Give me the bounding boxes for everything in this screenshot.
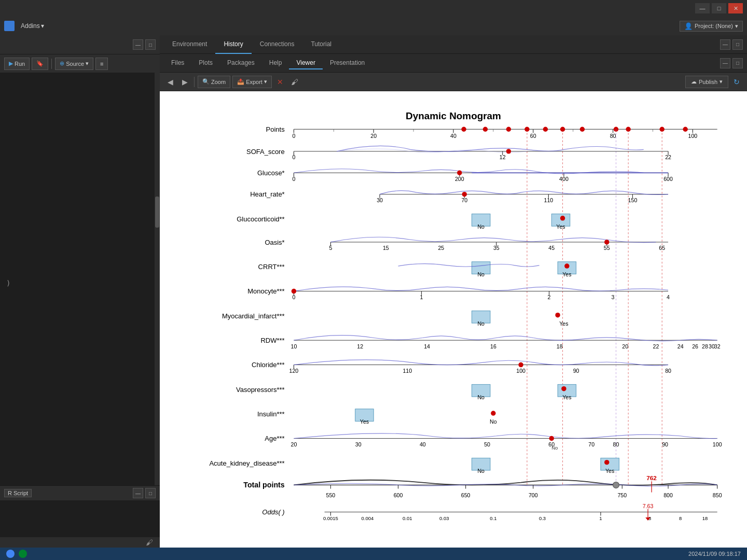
content-area: — □ ▶ Run 🔖 ⊕ Source ▾ ≡ — [0, 35, 747, 548]
svg-text:650: 650 — [461, 492, 471, 498]
collapse-left-button[interactable]: — — [133, 39, 143, 50]
svg-text:No: No — [477, 468, 485, 474]
back-button[interactable]: ◀ — [164, 76, 176, 88]
bookmark-button[interactable]: 🔖 — [32, 58, 48, 70]
run-button[interactable]: ▶ Run — [4, 58, 30, 70]
tab-history[interactable]: History — [215, 35, 251, 54]
collapse-right-top-button[interactable]: — — [720, 39, 730, 50]
status-datetime: 2024/11/09 09:18:17 — [688, 551, 741, 557]
svg-point-30 — [683, 127, 687, 132]
minimize-button[interactable]: — — [695, 3, 710, 13]
editor-area: ) — [0, 73, 160, 485]
svg-text:Total points: Total points — [243, 481, 284, 489]
left-panel-toolbar: — □ — [0, 35, 160, 54]
more-button[interactable]: ≡ — [95, 58, 108, 70]
svg-text:16: 16 — [490, 343, 496, 349]
svg-text:90: 90 — [573, 368, 579, 374]
brush-icon-button[interactable]: 🖌 — [143, 536, 156, 548]
svg-text:0: 0 — [292, 154, 295, 160]
svg-text:1: 1 — [420, 294, 423, 300]
svg-point-161 — [604, 460, 609, 465]
svg-text:7.63: 7.63 — [643, 503, 654, 509]
tab-files[interactable]: Files — [164, 57, 191, 69]
chrome-icon[interactable] — [6, 550, 15, 558]
svg-text:No: No — [477, 271, 485, 277]
tab-plots[interactable]: Plots — [191, 57, 220, 69]
toolbar-separator — [51, 59, 52, 69]
tab-tutorial[interactable]: Tutorial — [302, 35, 340, 54]
svg-point-67 — [462, 192, 467, 197]
svg-text:800: 800 — [663, 492, 673, 498]
editor-scrollbar[interactable] — [155, 73, 160, 485]
svg-text:12: 12 — [357, 343, 363, 349]
tab-connections[interactable]: Connections — [252, 35, 303, 54]
svg-text:70: 70 — [588, 441, 594, 447]
svg-text:Yes: Yes — [605, 468, 614, 474]
svg-text:Myocardial_infarct***: Myocardial_infarct*** — [222, 312, 285, 320]
svg-text:Heart_rate*: Heart_rate* — [250, 190, 284, 198]
maximize-button[interactable]: □ — [712, 3, 726, 13]
svg-text:70: 70 — [461, 197, 467, 203]
collapse-viewer-button[interactable]: — — [720, 58, 730, 68]
svg-text:28: 28 — [702, 343, 708, 349]
svg-point-92 — [564, 263, 569, 268]
expand-left-button[interactable]: □ — [145, 39, 156, 50]
svg-point-44 — [506, 149, 511, 153]
svg-text:600: 600 — [394, 492, 403, 498]
forward-button[interactable]: ▶ — [178, 76, 191, 88]
left-panel: — □ ▶ Run 🔖 ⊕ Source ▾ ≡ — [0, 35, 160, 548]
close-button[interactable]: ✕ — [728, 3, 743, 13]
svg-text:Glucose*: Glucose* — [257, 169, 285, 177]
source-button[interactable]: ⊕ Source ▾ — [55, 58, 93, 70]
tab-presentation[interactable]: Presentation — [323, 57, 372, 69]
bottom-left-toolbar: R Script — □ — [0, 486, 160, 500]
zoom-button[interactable]: 🔍 Zoom — [198, 76, 230, 88]
svg-text:22: 22 — [665, 154, 671, 160]
refresh-button[interactable]: ↻ — [730, 76, 743, 88]
svg-text:Oasis*: Oasis* — [265, 239, 284, 246]
tab-viewer[interactable]: Viewer — [289, 57, 322, 69]
export-button[interactable]: 📤 Export ▾ — [232, 76, 272, 88]
svg-text:No: No — [477, 394, 485, 400]
svg-text:Acute_kidney_disease***: Acute_kidney_disease*** — [209, 459, 284, 467]
tab-help[interactable]: Help — [262, 57, 289, 69]
meet-icon[interactable] — [19, 550, 27, 558]
svg-text:26: 26 — [692, 343, 698, 349]
project-button[interactable]: 👤 Project: (None) ▾ — [680, 21, 743, 32]
svg-text:Dynamic Nomogram: Dynamic Nomogram — [406, 110, 501, 121]
brush-button[interactable]: 🖌 — [288, 76, 301, 88]
svg-text:No: No — [477, 320, 485, 327]
status-bar: 2024/11/09 09:18:17 — [0, 548, 747, 560]
right-panel: Environment History Connections Tutorial… — [160, 35, 747, 548]
tab-packages[interactable]: Packages — [220, 57, 262, 69]
svg-text:120: 120 — [289, 368, 299, 374]
tab-environment[interactable]: Environment — [164, 35, 215, 54]
svg-text:8: 8 — [679, 515, 682, 521]
panel-controls: — □ — [133, 488, 156, 498]
expand-bottom-left-button[interactable]: □ — [145, 488, 156, 498]
expand-right-top-button[interactable]: □ — [732, 39, 743, 50]
svg-text:Odds( ): Odds( ) — [262, 508, 284, 516]
svg-text:24: 24 — [677, 343, 684, 349]
editor-toolbar: ▶ Run 🔖 ⊕ Source ▾ ≡ — [0, 54, 160, 73]
svg-point-55 — [457, 171, 462, 175]
addins-button[interactable]: Addins ▾ — [21, 22, 44, 30]
editor-scrollbar-thumb[interactable] — [155, 197, 159, 228]
svg-point-164 — [613, 482, 619, 488]
svg-text:22: 22 — [653, 343, 659, 349]
svg-text:SOFA_score: SOFA_score — [246, 148, 285, 156]
svg-text:90: 90 — [662, 441, 668, 447]
svg-point-103 — [292, 289, 296, 293]
svg-text:50: 50 — [484, 441, 490, 447]
svg-text:Points: Points — [266, 125, 285, 133]
svg-text:0.01: 0.01 — [403, 515, 412, 521]
svg-text:60: 60 — [530, 133, 536, 139]
delete-plot-button[interactable]: ✕ — [274, 76, 286, 88]
publish-button[interactable]: ☁ Publish ▾ — [685, 76, 728, 88]
expand-viewer-button[interactable]: □ — [732, 58, 743, 68]
collapse-bottom-left-button[interactable]: — — [133, 488, 143, 498]
svg-point-24 — [543, 127, 548, 132]
svg-text:No: No — [551, 445, 558, 451]
svg-text:4: 4 — [667, 294, 670, 300]
svg-text:18: 18 — [557, 343, 563, 349]
